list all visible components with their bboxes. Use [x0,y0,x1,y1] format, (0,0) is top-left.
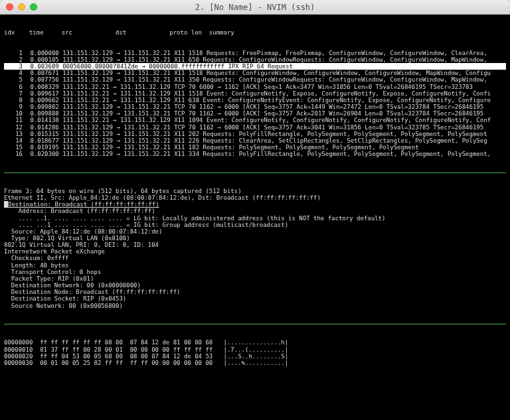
packet-row[interactable]: 12 0.014286 131.151.32.129 → 131.151.32.… [4,124,506,131]
packet-row[interactable]: 9 0.009802 131.151.32.129 → 131.151.32.2… [4,104,506,110]
packet-index: 3 [4,63,23,70]
packet-index: 6 [4,84,23,90]
packet-index: 5 [4,76,23,83]
packet-summary: 0.014138 131.151.32.21 → 131.151.32.129 … [27,117,491,123]
packet-summary: 0.009662 131.151.32.21 → 131.151.32.129 … [27,97,491,104]
hex-dump[interactable]: 00000000 ff ff ff ff ff ff 08 00 07 84 1… [4,339,506,366]
packet-row[interactable]: 16 0.020300 131.151.32.129 → 131.151.32.… [4,151,506,157]
packet-summary: 0.009888 131.151.32.129 → 131.151.32.21 … [27,110,483,117]
packet-index: 4 [4,70,23,76]
packet-index: 11 [4,117,23,123]
packet-summary: 0.007671 131.151.32.129 → 131.151.32.21 … [27,70,491,76]
detail-line[interactable]: .... ...1 .... .... .... .... = IG bit: … [4,222,506,228]
packet-row[interactable]: 7 0.009617 131.151.32.21 → 131.151.32.12… [4,90,506,97]
packet-summary: 0.000000 131.151.32.129 → 131.151.32.21 … [27,50,487,56]
window-title: 2. [No Name] - NVIM (ssh) [0,3,510,12]
packet-summary: 0.000105 131.151.32.129 → 131.151.32.21 … [27,56,487,63]
packet-row[interactable]: 2 0.000105 131.151.32.129 → 131.151.32.2… [4,56,506,63]
packet-index: 10 [4,110,23,117]
packet-index: 2 [4,56,23,63]
detail-line[interactable]: Transport Control: 0 hops [4,269,506,275]
detail-line[interactable]: Frame 3: 64 bytes on wire (512 bits), 64… [4,188,506,194]
detail-line[interactable]: Ethernet II, Src: Apple_84:12:de (08:00:… [4,194,506,201]
packet-summary: 0.009617 131.151.32.21 → 131.151.32.129 … [27,90,491,97]
packet-row[interactable]: 13 0.015315 131.151.32.129 → 131.151.32.… [4,131,506,137]
packet-summary: 0.019195 131.151.32.129 → 131.151.32.21 … [27,144,419,151]
hex-line[interactable]: 00000020 ff ff 04 53 00 05 68 00 08 00 0… [4,353,506,360]
detail-line[interactable]: Destination: Broadcast (ff:ff:ff:ff:ff:f… [4,201,506,208]
packet-row[interactable]: 3 0.003689 00056800.080007841Zde → 00000… [4,63,506,70]
pane-divider [4,173,506,173]
packet-index: 15 [4,144,23,151]
detail-line[interactable]: Source: Apple_84:12:de (08:00:07:84:12:d… [4,228,506,235]
terminal-window: 2. [No Name] - NVIM (ssh) idx time src d… [0,0,510,420]
detail-line[interactable]: Address: Broadcast (ff:ff:ff:ff:ff:ff) [4,208,506,214]
packet-summary: 0.009802 131.151.32.129 → 131.151.32.21 … [27,104,483,110]
packet-index: 8 [4,97,23,104]
detail-line[interactable]: Destination Node: Broadcast (ff:ff:ff:ff… [4,289,506,295]
hex-line[interactable]: 00000030 00 01 00 05 25 82 ff ff ff ff 0… [4,360,506,366]
detail-line[interactable]: Checksum: 0xffff [4,255,506,261]
packet-row[interactable]: 15 0.019195 131.151.32.129 → 131.151.32.… [4,144,506,151]
packet-row[interactable]: 11 0.014138 131.151.32.21 → 131.151.32.1… [4,117,506,123]
detail-line[interactable]: Destination Socket: RIP (0x0453) [4,295,506,302]
packet-row[interactable]: 6 0.008329 131.151.32.21 → 131.151.32.12… [4,84,506,90]
packet-row[interactable]: 5 0.007756 131.151.32.129 → 131.151.32.2… [4,76,506,83]
packet-list[interactable]: 1 0.000000 131.151.32.129 → 131.151.32.2… [4,50,506,158]
packet-row[interactable]: 4 0.007671 131.151.32.129 → 131.151.32.2… [4,70,506,76]
detail-line[interactable]: Length: 40 bytes [4,262,506,269]
hex-line[interactable]: 00000000 ff ff ff ff ff ff 08 00 07 84 1… [4,339,506,346]
detail-line[interactable]: Type: 802.1Q Virtual LAN (0x8100) [4,235,506,242]
packet-index: 9 [4,104,23,110]
detail-line[interactable]: Destination Network: 00 (0x00000000) [4,282,506,289]
hex-line[interactable]: 00000010 81 37 ff ff 00 28 00 01 00 00 0… [4,346,506,353]
detail-line[interactable]: Internetwork Packet eXchange [4,248,506,255]
packet-summary: 0.003689 00056800.080007841Zde → 0000000… [27,63,293,70]
packet-row[interactable]: 14 0.018677 131.151.32.129 → 131.151.32.… [4,137,506,144]
detail-line[interactable]: .... ..1. .... .... .... .... = LG bit: … [4,215,506,222]
packet-row[interactable]: 10 0.009888 131.151.32.129 → 131.151.32.… [4,110,506,117]
detail-line[interactable]: Packet Type: RIP (0x01) [4,275,506,282]
packet-index: 16 [4,151,23,157]
packet-row[interactable]: 1 0.000000 131.151.32.129 → 131.151.32.2… [4,50,506,56]
packet-row[interactable]: 8 0.009662 131.151.32.21 → 131.151.32.12… [4,97,506,104]
packet-index: 12 [4,124,23,131]
packet-list-header: idx time src dst proto len summary [4,29,506,36]
terminal-output[interactable]: idx time src dst proto len summary 1 0.0… [0,15,510,420]
titlebar[interactable]: 2. [No Name] - NVIM (ssh) [0,0,510,15]
detail-line[interactable]: 802.1Q Virtual LAN, PRI: 0, DEI: 0, ID: … [4,242,506,248]
packet-summary: 0.014286 131.151.32.129 → 131.151.32.21 … [27,124,483,131]
packet-summary: 0.018677 131.151.32.129 → 131.151.32.21 … [27,137,487,144]
detail-line[interactable]: Source Network: 00 (0x00056800) [4,303,506,309]
packet-detail[interactable]: Frame 3: 64 bytes on wire (512 bits), 64… [4,188,506,309]
packet-summary: 0.008329 131.151.32.21 → 131.151.32.129 … [27,84,473,90]
pane-divider [4,324,506,324]
packet-index: 13 [4,131,23,137]
packet-index: 14 [4,137,23,144]
packet-summary: 0.020300 131.151.32.129 → 131.151.32.21 … [27,151,491,157]
packet-index: 1 [4,50,23,56]
packet-index: 7 [4,90,23,97]
packet-summary: 0.007756 131.151.32.129 → 131.151.32.21 … [27,76,487,83]
packet-summary: 0.015315 131.151.32.129 → 131.151.32.21 … [27,131,487,137]
